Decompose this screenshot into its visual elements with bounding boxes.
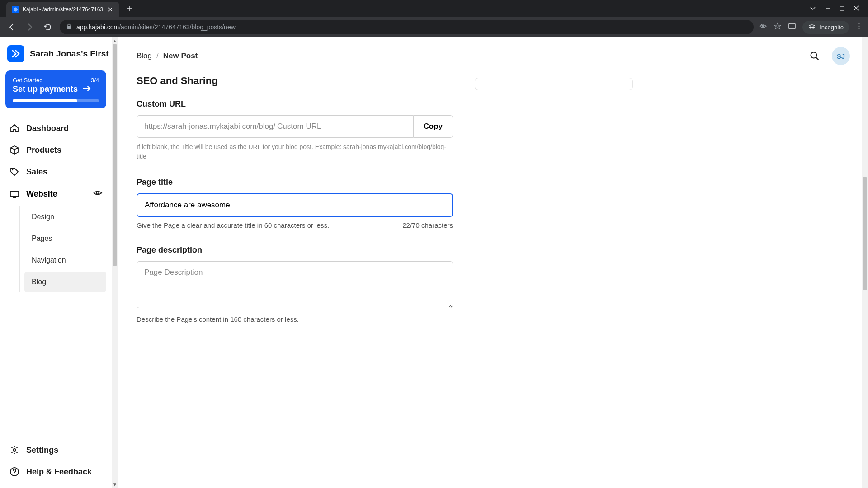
svg-point-13 — [13, 449, 16, 451]
maximize-icon[interactable] — [840, 5, 844, 13]
side-column — [467, 75, 850, 341]
subnav-design[interactable]: Design — [24, 206, 106, 227]
arrow-right-icon — [82, 84, 91, 94]
sidebar-scrollbar[interactable]: ▲ ▼ — [112, 37, 118, 488]
svg-point-12 — [97, 192, 99, 194]
page-description-group: Page description Describe the Page's con… — [137, 245, 453, 325]
main: Blog / New Post SJ SEO and Sharing Custo… — [118, 37, 868, 488]
sidebar-item-products[interactable]: Products — [5, 139, 113, 161]
sidebar-item-website[interactable]: Website — [5, 183, 113, 206]
tag-icon — [9, 166, 20, 177]
url-prefix: https://sarah-jonas.mykajabi.com/blog/ — [144, 122, 275, 131]
svg-rect-0 — [840, 6, 844, 10]
subnav-navigation[interactable]: Navigation — [24, 250, 106, 271]
scroll-down-icon[interactable]: ▼ — [112, 481, 118, 488]
get-started-card[interactable]: Get Started 3/4 Set up payments — [5, 70, 106, 108]
monitor-icon — [9, 189, 20, 200]
svg-point-7 — [859, 23, 860, 25]
forward-icon[interactable] — [24, 21, 36, 33]
sidebar: ▲ ▼ Sarah Jonas's First Get Started 3/4 … — [0, 37, 118, 488]
eye-off-icon[interactable] — [759, 22, 767, 32]
url-text: app.kajabi.com/admin/sites/2147647163/bl… — [76, 23, 236, 31]
tab-dropdown-icon[interactable] — [810, 5, 816, 13]
copy-button[interactable]: Copy — [414, 115, 453, 138]
reload-icon[interactable] — [42, 21, 54, 33]
scrollbar-thumb[interactable] — [863, 177, 867, 290]
window-close-icon[interactable] — [854, 5, 859, 13]
breadcrumb-parent[interactable]: Blog — [137, 52, 152, 61]
breadcrumb-separator: / — [156, 52, 159, 61]
brand[interactable]: Sarah Jonas's First — [5, 42, 113, 70]
svg-point-6 — [812, 26, 815, 28]
tab-bar: Kajabi - /admin/sites/2147647163 — [0, 0, 868, 17]
side-panel-icon[interactable] — [788, 22, 796, 32]
sidebar-item-label: Products — [26, 145, 61, 155]
kajabi-logo-icon — [7, 45, 24, 62]
browser-tab[interactable]: Kajabi - /admin/sites/2147647163 — [6, 2, 119, 17]
close-icon[interactable] — [107, 6, 114, 13]
sidebar-bottom: Settings Help & Feedback — [5, 439, 113, 483]
page-title-input[interactable] — [137, 193, 453, 217]
page-description-help: Describe the Page's content in 160 chara… — [137, 314, 453, 325]
window-controls — [810, 5, 864, 13]
new-tab-button[interactable] — [123, 2, 136, 15]
lock-icon — [66, 23, 72, 31]
custom-url-input[interactable] — [275, 122, 406, 131]
website-subnav: Design Pages Navigation Blog — [19, 206, 113, 292]
home-icon — [9, 123, 20, 134]
sidebar-item-label: Settings — [26, 446, 58, 455]
page-title-help: Give the Page a clear and accurate title… — [137, 221, 329, 229]
get-started-label: Get Started — [13, 77, 42, 84]
sidebar-item-settings[interactable]: Settings — [5, 439, 113, 461]
eye-icon[interactable] — [93, 188, 103, 200]
sidebar-item-label: Website — [26, 189, 57, 199]
gear-icon — [9, 445, 20, 455]
scrollbar-thumb[interactable] — [113, 44, 117, 266]
svg-rect-3 — [789, 23, 795, 29]
subnav-blog[interactable]: Blog — [24, 272, 106, 292]
side-card — [475, 78, 633, 90]
get-started-count: 3/4 — [91, 77, 99, 84]
breadcrumb: Blog / New Post — [137, 52, 198, 61]
page-description-label: Page description — [137, 245, 453, 255]
scroll-up-icon[interactable]: ▲ — [112, 37, 118, 44]
custom-url-help: If left blank, the Title will be used as… — [137, 142, 453, 161]
brand-name: Sarah Jonas's First — [30, 49, 109, 59]
breadcrumb-current: New Post — [163, 52, 198, 61]
browser-chrome: Kajabi - /admin/sites/2147647163 app.kaj… — [0, 0, 868, 37]
subnav-pages[interactable]: Pages — [24, 228, 106, 249]
search-icon[interactable] — [807, 48, 823, 64]
sidebar-item-dashboard[interactable]: Dashboard — [5, 117, 113, 139]
minimize-icon[interactable] — [825, 5, 830, 13]
star-icon[interactable] — [774, 22, 782, 32]
nav-list: Dashboard Products Sales Website Design … — [5, 117, 113, 293]
section-title: SEO and Sharing — [137, 75, 453, 87]
menu-icon[interactable] — [855, 23, 863, 32]
content: SEO and Sharing Custom URL https://sarah… — [118, 75, 868, 359]
incognito-badge[interactable]: Incognito — [802, 21, 849, 34]
sidebar-item-sales[interactable]: Sales — [5, 161, 113, 183]
page-title-label: Page title — [137, 178, 453, 187]
help-icon — [9, 466, 20, 477]
svg-rect-1 — [67, 26, 71, 29]
svg-point-10 — [12, 169, 14, 171]
incognito-icon — [808, 23, 816, 32]
main-scrollbar[interactable] — [862, 37, 868, 488]
svg-rect-11 — [10, 191, 19, 197]
app-root: ▲ ▼ Sarah Jonas's First Get Started 3/4 … — [0, 37, 868, 488]
avatar[interactable]: SJ — [832, 47, 850, 65]
address-bar: app.kajabi.com/admin/sites/2147647163/bl… — [0, 17, 868, 37]
page-title-counter: 22/70 characters — [402, 221, 453, 229]
page-description-input[interactable] — [137, 261, 453, 308]
custom-url-field-wrap[interactable]: https://sarah-jonas.mykajabi.com/blog/ — [137, 115, 414, 138]
sidebar-item-label: Dashboard — [26, 124, 69, 133]
tab-title: Kajabi - /admin/sites/2147647163 — [23, 6, 103, 13]
url-bar[interactable]: app.kajabi.com/admin/sites/2147647163/bl… — [60, 20, 754, 34]
kajabi-favicon-icon — [12, 6, 19, 13]
svg-point-5 — [809, 26, 812, 28]
sidebar-item-help[interactable]: Help & Feedback — [5, 461, 113, 483]
page-title-group: Page title Give the Page a clear and acc… — [137, 178, 453, 229]
back-icon[interactable] — [5, 21, 18, 33]
sidebar-item-label: Sales — [26, 167, 47, 177]
svg-point-9 — [859, 28, 860, 29]
